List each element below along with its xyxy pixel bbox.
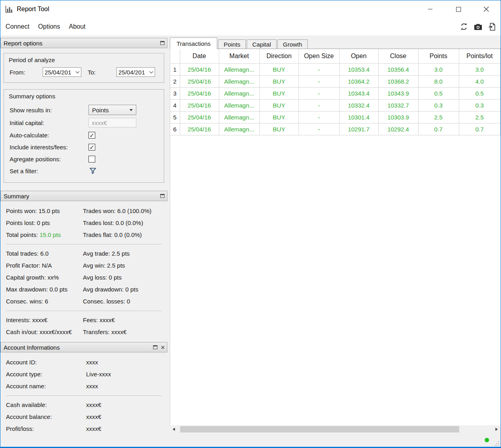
table-cell[interactable]: BUY bbox=[259, 123, 299, 135]
column-header[interactable]: Date bbox=[180, 49, 219, 63]
transaction-row[interactable]: 125/04/16Allemagn...BUY-10353.410356.43.… bbox=[170, 63, 501, 75]
transaction-row[interactable]: 325/04/16Allemagn...BUY-10343.410343.90.… bbox=[170, 87, 501, 99]
table-cell[interactable]: - bbox=[299, 75, 339, 87]
row-number[interactable]: 2 bbox=[170, 75, 180, 87]
float-panel-icon[interactable] bbox=[160, 41, 165, 45]
float-panel-icon[interactable] bbox=[153, 345, 157, 349]
menu-options[interactable]: Options bbox=[34, 20, 65, 33]
table-cell[interactable]: Allemagn... bbox=[219, 63, 259, 75]
table-cell[interactable]: 8.0 bbox=[418, 75, 459, 87]
table-cell[interactable]: 10356.4 bbox=[378, 63, 418, 75]
filter-button[interactable] bbox=[89, 167, 161, 174]
include-interests-checkbox[interactable] bbox=[88, 144, 95, 151]
table-cell[interactable]: 0.5 bbox=[459, 87, 501, 99]
tab-transactions[interactable]: Transactions bbox=[170, 37, 217, 49]
column-header[interactable]: Close bbox=[378, 49, 418, 63]
maximize-button[interactable] bbox=[449, 3, 468, 16]
table-cell[interactable]: 0.7 bbox=[459, 123, 501, 135]
table-cell[interactable]: 4.0 bbox=[459, 75, 501, 87]
table-cell[interactable]: 10353.4 bbox=[339, 63, 378, 75]
scroll-right-arrow[interactable] bbox=[493, 425, 501, 433]
transaction-row[interactable]: 525/04/16Allemagn...BUY-10301.410303.92.… bbox=[170, 111, 501, 123]
column-header[interactable]: Open Size bbox=[299, 49, 339, 63]
table-cell[interactable]: 10332.4 bbox=[339, 99, 378, 111]
initial-capital-input[interactable]: xxxx€ bbox=[88, 118, 136, 127]
table-cell[interactable]: 2.5 bbox=[459, 111, 501, 123]
table-cell[interactable]: 0.3 bbox=[459, 99, 501, 111]
close-button[interactable] bbox=[477, 3, 495, 16]
table-cell[interactable]: - bbox=[299, 87, 339, 99]
tab-growth[interactable]: Growth bbox=[277, 39, 308, 49]
table-cell[interactable]: 10343.4 bbox=[339, 87, 378, 99]
table-cell[interactable]: - bbox=[299, 63, 339, 75]
table-cell[interactable]: 25/04/16 bbox=[180, 123, 219, 135]
table-cell[interactable]: 3.0 bbox=[459, 63, 501, 75]
resize-grip[interactable] bbox=[494, 441, 499, 446]
row-number[interactable]: 5 bbox=[170, 111, 180, 123]
table-cell[interactable]: 0.7 bbox=[418, 123, 459, 135]
table-cell[interactable]: BUY bbox=[259, 75, 299, 87]
table-cell[interactable]: BUY bbox=[259, 63, 299, 75]
table-cell[interactable]: 0.3 bbox=[418, 99, 459, 111]
table-cell[interactable]: Allemagn... bbox=[219, 111, 259, 123]
table-cell[interactable]: 25/04/16 bbox=[180, 99, 219, 111]
table-cell[interactable]: 10301.4 bbox=[339, 111, 378, 123]
table-cell[interactable]: 10368.2 bbox=[378, 75, 418, 87]
tab-capital[interactable]: Capital bbox=[247, 39, 277, 49]
tab-points[interactable]: Points bbox=[218, 39, 246, 49]
column-header[interactable] bbox=[170, 49, 180, 63]
transaction-row[interactable]: 425/04/16Allemagn...BUY-10332.410332.70.… bbox=[170, 99, 501, 111]
close-panel-icon[interactable] bbox=[161, 346, 165, 349]
table-cell[interactable]: 10364.2 bbox=[339, 75, 378, 87]
minimize-button[interactable] bbox=[421, 3, 440, 16]
table-cell[interactable]: 3.0 bbox=[418, 63, 459, 75]
row-number[interactable]: 4 bbox=[170, 99, 180, 111]
column-header[interactable]: Open bbox=[339, 49, 378, 63]
table-cell[interactable]: - bbox=[299, 111, 339, 123]
menu-about[interactable]: About bbox=[65, 20, 90, 33]
transaction-row[interactable]: 625/04/16Allemagn...BUY-10291.710292.40.… bbox=[170, 123, 501, 135]
table-cell[interactable]: - bbox=[299, 123, 339, 135]
table-cell[interactable]: 10291.7 bbox=[339, 123, 378, 135]
column-header[interactable]: Market bbox=[219, 49, 259, 63]
column-header[interactable]: Direction bbox=[259, 49, 299, 63]
refresh-icon[interactable] bbox=[460, 23, 468, 31]
table-cell[interactable]: 25/04/16 bbox=[180, 111, 219, 123]
table-cell[interactable]: Allemagn... bbox=[219, 123, 259, 135]
horizontal-scrollbar[interactable] bbox=[170, 425, 501, 433]
table-cell[interactable]: BUY bbox=[259, 87, 299, 99]
row-number[interactable]: 1 bbox=[170, 63, 180, 75]
table-cell[interactable]: BUY bbox=[259, 99, 299, 111]
table-cell[interactable]: 10303.9 bbox=[378, 111, 418, 123]
table-cell[interactable]: 0.5 bbox=[418, 87, 459, 99]
show-results-select[interactable]: Points bbox=[88, 105, 136, 115]
column-header[interactable]: Points bbox=[418, 49, 459, 63]
table-cell[interactable]: 10332.7 bbox=[378, 99, 418, 111]
table-cell[interactable]: BUY bbox=[259, 111, 299, 123]
table-cell[interactable]: Allemagn... bbox=[219, 99, 259, 111]
transaction-row[interactable]: 225/04/16Allemagn...BUY-10364.210368.28.… bbox=[170, 75, 501, 87]
scrollbar-thumb[interactable] bbox=[180, 426, 459, 432]
row-number[interactable]: 6 bbox=[170, 123, 180, 135]
table-cell[interactable]: 10292.4 bbox=[378, 123, 418, 135]
table-cell[interactable]: Allemagn... bbox=[219, 75, 259, 87]
from-date-combobox[interactable]: 25/04/201 bbox=[43, 67, 81, 77]
table-cell[interactable]: 25/04/16 bbox=[180, 87, 219, 99]
export-file-icon[interactable] bbox=[488, 23, 496, 31]
menu-connect[interactable]: Connect bbox=[1, 20, 34, 33]
table-cell[interactable]: - bbox=[299, 99, 339, 111]
row-number[interactable]: 3 bbox=[170, 87, 180, 99]
table-cell[interactable]: 25/04/16 bbox=[180, 63, 219, 75]
auto-calculate-checkbox[interactable] bbox=[88, 132, 95, 139]
scroll-left-arrow[interactable] bbox=[170, 425, 178, 433]
agregate-positions-checkbox[interactable] bbox=[88, 156, 95, 162]
to-date-combobox[interactable]: 25/04/201 bbox=[116, 67, 155, 77]
table-cell[interactable]: 10343.9 bbox=[378, 87, 418, 99]
table-cell[interactable]: 2.5 bbox=[418, 111, 459, 123]
column-header[interactable]: Points/lot bbox=[459, 49, 501, 63]
scrollbar-track[interactable] bbox=[178, 425, 493, 433]
table-cell[interactable]: 25/04/16 bbox=[180, 75, 219, 87]
float-panel-icon[interactable] bbox=[160, 194, 165, 198]
table-cell[interactable]: Allemagn... bbox=[219, 87, 259, 99]
screenshot-camera-icon[interactable] bbox=[474, 23, 482, 30]
